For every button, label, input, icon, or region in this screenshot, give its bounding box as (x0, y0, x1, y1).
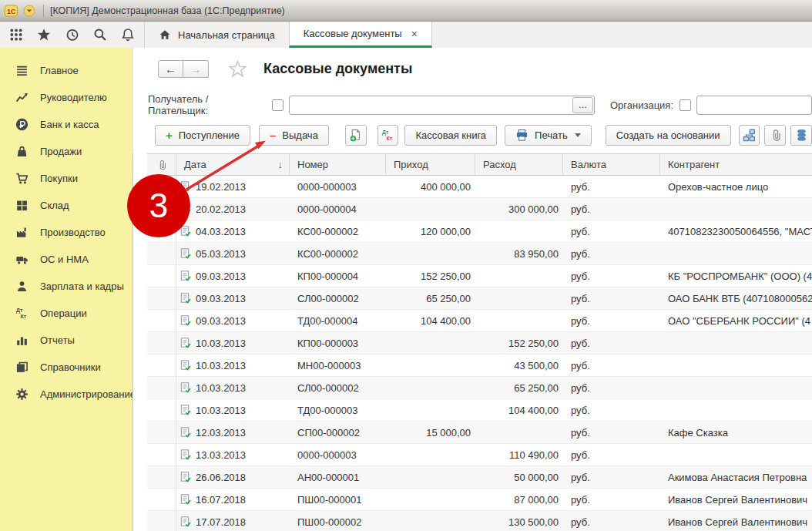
table-row[interactable]: 12.03.2013 СП00-000002 15 000,00 руб. Ка… (147, 422, 812, 444)
table-body: 19.02.2013 0000-000003 400 000,00 руб. О… (147, 176, 812, 531)
cell-income (386, 332, 475, 354)
bell-icon[interactable] (121, 28, 135, 42)
create-based-on-button[interactable]: Создать на основании (606, 125, 731, 146)
cell-date: 04.03.2013 (176, 220, 290, 242)
sidebar-item[interactable]: Главное (0, 57, 132, 84)
table-row[interactable]: 13.03.2013 0000-000003 110 490,00 руб. (147, 444, 812, 466)
show-postings-button[interactable] (377, 125, 399, 146)
table-row[interactable]: 19.02.2013 0000-000003 400 000,00 руб. О… (147, 176, 812, 198)
sidebar: Главное Руководителю Банк и касса Продаж… (0, 48, 133, 531)
sidebar-item[interactable]: Администрирование (0, 381, 132, 408)
column-header-expense[interactable]: Расход (475, 154, 563, 175)
cell-attachment (147, 399, 176, 421)
table-row[interactable]: 09.03.2013 СЛ00-000002 65 250,00 руб. ОА… (147, 287, 812, 310)
cell-expense: 65 250,00 (475, 377, 563, 398)
sidebar-item-label: ОС и НМА (40, 254, 89, 265)
column-header-attachment[interactable] (147, 154, 176, 175)
sidebar-item[interactable]: Операции (0, 300, 132, 327)
dtkt-icon (381, 129, 394, 142)
table-row[interactable]: 04.03.2013 КС00-000002 120 000,00 руб. 4… (147, 220, 812, 243)
sidebar-item[interactable]: Банк и касса (0, 111, 132, 138)
cell-attachment (147, 176, 176, 197)
sidebar-item[interactable]: Руководителю (0, 84, 132, 111)
cell-attachment (147, 265, 176, 287)
column-header-date[interactable]: Дата ↓ (176, 154, 290, 175)
table-row[interactable]: 26.06.2018 АН00-000001 50 000,00 руб. Ак… (147, 466, 812, 489)
sidebar-item[interactable]: Покупки (0, 165, 132, 192)
cell-expense: 104 400,00 (475, 399, 563, 421)
column-header-currency[interactable]: Валюта (563, 154, 660, 175)
cell-currency: руб. (563, 399, 660, 421)
table-row[interactable]: 10.03.2013 МН00-000003 43 500,00 руб. (147, 355, 812, 377)
cell-expense: 87 000,00 (475, 489, 563, 510)
create-document-button[interactable] (345, 125, 367, 146)
table-row[interactable]: 09.03.2013 ТД00-000004 104 400,00 руб. О… (147, 310, 812, 332)
sidebar-item[interactable]: Производство (0, 219, 132, 246)
tab-home-label: Начальная страница (178, 29, 275, 41)
cell-currency: руб. (563, 466, 660, 488)
register-button[interactable] (790, 125, 812, 146)
recipient-filter-checkbox[interactable] (272, 99, 284, 111)
apps-grid-icon[interactable] (9, 28, 23, 42)
print-button[interactable]: Печать (505, 125, 592, 146)
cell-attachment (147, 489, 176, 510)
cell-attachment (147, 332, 176, 354)
table-row[interactable]: 17.07.2018 ПШ00-000002 130 500,00 руб. И… (147, 511, 812, 531)
new-document-icon (349, 129, 362, 142)
tab-home[interactable]: Начальная страница (145, 22, 289, 48)
sidebar-item[interactable]: Склад (0, 192, 132, 219)
table-row[interactable]: 10.03.2013 ТД00-000003 104 400,00 руб. (147, 399, 812, 422)
sidebar-item[interactable]: Отчеты (0, 327, 132, 354)
window-titlebar: [КОПИЯ] Демонстрационная база (1С:Предпр… (0, 0, 812, 22)
cell-counterparty: Иванов Сергей Валентинович (660, 511, 812, 531)
cell-expense: 130 500,00 (475, 511, 563, 531)
posted-document-icon (180, 493, 192, 506)
column-header-number[interactable]: Номер (290, 154, 386, 175)
table-row[interactable]: 10.03.2013 КП00-000003 152 250,00 руб. (147, 332, 812, 355)
attachments-button[interactable] (764, 125, 786, 146)
tab-cash-documents[interactable]: Кассовые документы × (289, 22, 432, 48)
close-icon[interactable]: × (411, 29, 418, 39)
cell-number: КП00-000004 (290, 265, 386, 287)
favorite-star-icon[interactable] (229, 60, 247, 78)
issue-button[interactable]: – Выдача (259, 125, 329, 146)
cash-book-button[interactable]: Кассовая книга (404, 125, 497, 146)
posted-document-icon (180, 359, 192, 371)
cell-expense: 83 950,00 (475, 243, 563, 264)
recipient-filter-input[interactable] (290, 96, 572, 114)
table-row[interactable]: 09.03.2013 КП00-000004 152 250,00 руб. К… (147, 265, 812, 287)
home-icon (159, 29, 171, 41)
table-row[interactable]: 20.02.2013 0000-000004 300 000,00 руб. (147, 198, 812, 220)
cell-currency: руб. (563, 220, 660, 242)
column-header-counterparty[interactable]: Контрагент (660, 154, 812, 175)
sidebar-item[interactable]: ОС и НМА (0, 246, 132, 273)
window-menu-button[interactable] (23, 5, 35, 17)
history-icon[interactable] (65, 28, 79, 42)
search-icon[interactable] (93, 28, 107, 42)
cell-counterparty (660, 377, 812, 398)
organization-filter-checkbox[interactable] (679, 99, 691, 111)
sidebar-item[interactable]: Зарплата и кадры (0, 273, 132, 300)
organization-filter-input[interactable] (697, 96, 812, 114)
cell-currency: руб. (563, 310, 660, 331)
star-icon[interactable] (37, 28, 51, 42)
cell-date: 17.07.2018 (176, 511, 290, 531)
receipt-button[interactable]: + Поступление (155, 125, 250, 146)
sidebar-item[interactable]: Справочники (0, 354, 132, 381)
cell-date: 16.07.2018 (176, 489, 290, 510)
sidebar-item[interactable]: Продажи (0, 138, 132, 165)
issue-button-label: Выдача (282, 129, 318, 141)
table-row[interactable]: 05.03.2013 КС00-000002 83 950,00 руб. (147, 243, 812, 265)
recipient-picker-button[interactable]: ... (572, 97, 593, 113)
table-row[interactable]: 16.07.2018 ПШ00-000001 87 000,00 руб. Ив… (147, 489, 812, 511)
cell-counterparty (660, 355, 812, 376)
back-button[interactable]: ← (158, 60, 183, 78)
cell-income (386, 489, 475, 510)
forward-button[interactable]: → (183, 60, 209, 78)
gear-icon (15, 388, 29, 401)
organization-filter-label: Организация: (610, 99, 673, 111)
table-row[interactable]: 10.03.2013 СЛ00-000002 65 250,00 руб. (147, 377, 812, 399)
cell-number: ТД00-000003 (290, 399, 386, 421)
column-header-income[interactable]: Приход (386, 154, 475, 175)
related-documents-button[interactable] (739, 125, 760, 146)
